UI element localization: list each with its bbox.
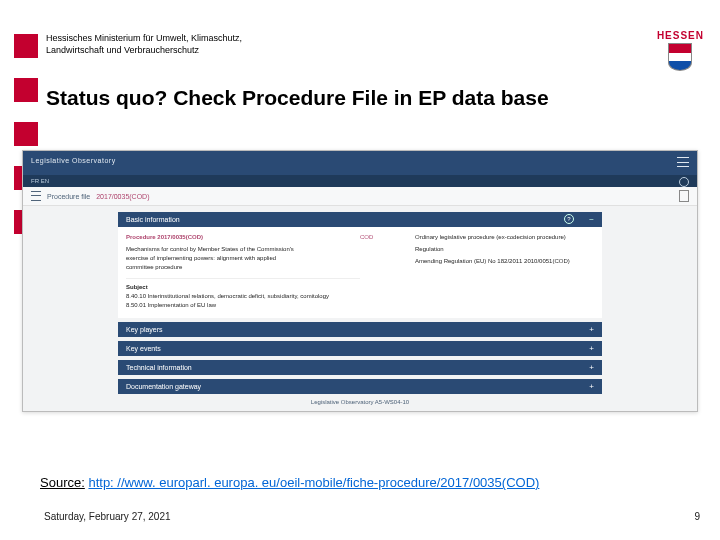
ep-lang-bar[interactable]: FR EN [23, 175, 697, 187]
subject-label: Subject [126, 278, 360, 292]
procedure-desc: Mechanisms for control by Member States … [126, 245, 360, 254]
ep-file-id[interactable]: 2017/0035(COD) [96, 193, 149, 200]
procedure-desc: committee procedure [126, 263, 360, 272]
expand-icon[interactable]: + [589, 382, 594, 391]
ep-section-key-events[interactable]: Key events + [118, 341, 602, 356]
source-label: Source: [40, 475, 85, 490]
subject-line: 8.50.01 Implementation of EU law [126, 301, 360, 310]
subject-line: 8.40.10 Interinstitutional relations, de… [126, 292, 360, 301]
slide-date: Saturday, February 27, 2021 [44, 511, 171, 522]
ep-left-col: Procedure 2017/0035(COD) Mechanisms for … [126, 233, 360, 310]
ep-file-bar: Procedure file 2017/0035(COD) [23, 187, 697, 206]
source-line: Source: http: //www. europarl. europa. e… [40, 475, 539, 490]
rhs-row: COD Ordinary legislative procedure (ex-c… [360, 233, 594, 242]
ep-section-key-players[interactable]: Key players + [118, 322, 602, 337]
page-number: 9 [694, 511, 700, 522]
rhs-row: Amending Regulation (EU) No 182/2011 201… [360, 257, 594, 266]
ep-section-technical-info[interactable]: Technical information + [118, 360, 602, 375]
ep-langs[interactable]: FR EN [31, 178, 49, 184]
rhs-val: Regulation [415, 245, 444, 254]
rhs-val: Amending Regulation (EU) No 182/2011 201… [415, 257, 570, 266]
hessen-shield-icon [668, 43, 692, 71]
rhs-row: Regulation [360, 245, 594, 254]
ep-basic-info-body: Procedure 2017/0035(COD) Mechanisms for … [118, 227, 602, 318]
ministry-name: Hessisches Ministerium für Umwelt, Klima… [46, 32, 242, 56]
ep-right-col: COD Ordinary legislative procedure (ex-c… [360, 233, 594, 310]
menu-icon[interactable] [31, 191, 41, 201]
ep-body: Basic information ? − Procedure 2017/003… [23, 206, 697, 412]
collapse-icon[interactable]: − [589, 215, 594, 224]
ministry-line1: Hessisches Ministerium für Umwelt, Klima… [46, 32, 242, 44]
ep-filebar-label: Procedure file [47, 193, 90, 200]
ep-section-label: Technical information [126, 364, 192, 371]
red-square [14, 78, 38, 102]
red-square [14, 122, 38, 146]
help-icon[interactable]: ? [564, 214, 574, 224]
red-square [14, 34, 38, 58]
logo-wordmark: HESSEN [657, 30, 704, 41]
hamburger-icon[interactable] [677, 157, 689, 167]
expand-icon[interactable]: + [589, 363, 594, 372]
globe-icon [679, 177, 689, 187]
source-link[interactable]: http: //www. europarl. europa. eu/oeil-m… [88, 475, 539, 490]
doc-icon[interactable] [679, 190, 689, 202]
ep-section-label: Documentation gateway [126, 383, 201, 390]
rhs-key [360, 245, 415, 254]
hessen-logo: HESSEN [657, 30, 704, 71]
ep-section-label: Key players [126, 326, 163, 333]
slide-title: Status quo? Check Procedure File in EP d… [46, 86, 549, 110]
rhs-key [360, 257, 415, 266]
procedure-ref: Procedure 2017/0035(COD) [126, 233, 360, 242]
expand-icon[interactable]: + [589, 325, 594, 334]
ep-section-title: Basic information [126, 216, 180, 223]
ep-screenshot-panel: Legislative Observatory FR EN Procedure … [22, 150, 698, 412]
rhs-key: COD [360, 233, 415, 242]
ep-section-label: Key events [126, 345, 161, 352]
ep-site-title: Legislative Observatory [23, 151, 697, 170]
rhs-val: Ordinary legislative procedure (ex-codec… [415, 233, 566, 242]
ep-footer: Legislative Observatory A5-WS04-10 [118, 394, 602, 410]
ep-section-doc-gateway[interactable]: Documentation gateway + [118, 379, 602, 394]
procedure-desc: exercise of implementing powers: alignme… [126, 254, 360, 263]
ministry-line2: Landwirtschaft und Verbraucherschutz [46, 44, 242, 56]
ep-topbar: Legislative Observatory [23, 151, 697, 175]
ep-basic-info-header[interactable]: Basic information ? − [118, 212, 602, 227]
expand-icon[interactable]: + [589, 344, 594, 353]
